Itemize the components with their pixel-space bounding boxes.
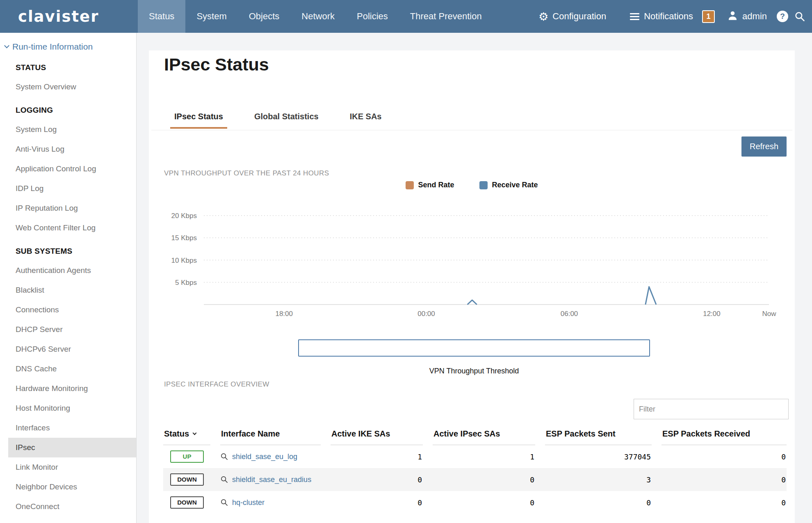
status-badge-down: DOWN [170, 496, 204, 509]
nav-item-status[interactable]: Status [138, 0, 185, 33]
sidebar-item-idp-log[interactable]: IDP Log [0, 179, 136, 198]
vpn-throughput-chart: 5 Kbps10 Kbps15 Kbps20 Kbps18:0000:0006:… [156, 203, 779, 326]
nav-item-system[interactable]: System [185, 0, 237, 33]
sidebar-item-blacklist[interactable]: Blacklist [0, 280, 136, 300]
interface-name-link[interactable]: shieldit_sase_eu_radius [232, 475, 311, 484]
tab-global-statistics[interactable]: Global Statistics [250, 108, 323, 129]
sidebar-section-label-sub-systems: SUB SYSTEMS [0, 242, 136, 261]
sidebar-sections: STATUSSystem OverviewLOGGINGSystem LogAn… [0, 58, 136, 516]
status-cell: UP [163, 450, 210, 463]
search-button[interactable] [794, 11, 805, 22]
column-header-active-ike-sas[interactable]: Active IKE SAs [331, 427, 423, 445]
search-icon [794, 11, 805, 22]
sidebar-item-link-monitor[interactable]: Link Monitor [0, 457, 136, 477]
y-tick-20-kbps: 20 Kbps [171, 212, 197, 220]
column-header-interface-name[interactable]: Interface Name [220, 427, 321, 445]
configuration-label: Configuration [552, 11, 606, 22]
sidebar-item-authentication-agents[interactable]: Authentication Agents [0, 261, 136, 280]
chart-canvas: 5 Kbps10 Kbps15 Kbps20 Kbps18:0000:0006:… [156, 203, 779, 326]
chart-legend: Send RateReceive Rate [149, 181, 795, 189]
sidebar-item-anti-virus-log[interactable]: Anti-Virus Log [0, 139, 136, 159]
topbar-right: ⚙ Configuration Notifications 1 admin ? [538, 10, 805, 23]
column-header-active-ipsec-sas[interactable]: Active IPsec SAs [433, 427, 535, 445]
sidebar-item-neighbor-devices[interactable]: Neighbor Devices [0, 477, 136, 497]
status-cell: DOWN [163, 473, 210, 486]
interface-name-link[interactable]: shield_sase_eu_log [232, 453, 297, 461]
table-row-shieldit-sase-eu-radius: DOWNshieldit_sase_eu_radius0030 [163, 468, 787, 491]
interface-link-shield-sase-eu-log[interactable]: shield_sase_eu_log [220, 453, 321, 461]
column-header-label: Status [164, 429, 189, 439]
nav-item-objects[interactable]: Objects [238, 0, 291, 33]
topbar: clavister StatusSystemObjectsNetworkPoli… [0, 0, 812, 33]
nav-item-threat-prevention[interactable]: Threat Prevention [399, 0, 493, 33]
ipsec-interface-table: StatusInterface NameActive IKE SAsActive… [163, 427, 787, 514]
legend-swatch-receive-rate [479, 181, 488, 189]
sidebar-item-connections[interactable]: Connections [0, 300, 136, 320]
esp-packets-received-cell: 0 [661, 498, 787, 507]
sidebar-item-dns-cache[interactable]: DNS Cache [0, 359, 136, 379]
nav-item-policies[interactable]: Policies [346, 0, 399, 33]
column-header-label: Active IPsec SAs [433, 429, 500, 439]
column-header-esp-packets-received[interactable]: ESP Packets Received [661, 427, 787, 445]
x-tick-00-00: 00:00 [417, 310, 435, 318]
sidebar-header-label: Run-time Information [12, 42, 93, 52]
table-row-shield-sase-eu-log: UPshield_sase_eu_log113770450 [163, 445, 787, 468]
interface-name-link[interactable]: hq-cluster [232, 498, 265, 507]
nav-item-network[interactable]: Network [290, 0, 346, 33]
y-tick-5-kbps: 5 Kbps [175, 279, 197, 287]
vpn-throughput-threshold-control[interactable] [298, 339, 650, 357]
user-menu[interactable]: admin [727, 10, 767, 23]
page-title: IPsec Status [164, 55, 269, 75]
filter-input[interactable] [634, 399, 789, 419]
legend-item-receive-rate[interactable]: Receive Rate [479, 181, 538, 189]
sidebar-item-interfaces[interactable]: Interfaces [0, 418, 136, 438]
column-header-esp-packets-sent[interactable]: ESP Packets Sent [545, 427, 652, 445]
tab-ipsec-status[interactable]: IPsec Status [170, 108, 227, 129]
active-ike-sas-cell: 1 [331, 453, 423, 461]
configuration-button[interactable]: ⚙ Configuration [538, 11, 606, 22]
status-cell: DOWN [163, 496, 210, 509]
column-header-label: Active IKE SAs [331, 429, 390, 439]
sort-chevron-down-icon [193, 431, 197, 435]
magnifier-icon [220, 475, 228, 484]
tab-bar: IPsec StatusGlobal StatisticsIKE SAs [170, 108, 385, 129]
refresh-button[interactable]: Refresh [741, 136, 787, 157]
esp-packets-received-cell: 0 [661, 475, 787, 484]
sidebar-item-web-content-filter-log[interactable]: Web Content Filter Log [0, 218, 136, 238]
x-tick-06-00: 06:00 [561, 310, 578, 318]
status-badge-down: DOWN [170, 473, 204, 486]
notifications-button[interactable]: Notifications 1 [630, 10, 715, 23]
magnifier-icon [220, 453, 228, 461]
sidebar-section-status: STATUSSystem Overview [0, 58, 136, 97]
notifications-count-badge: 1 [702, 10, 715, 23]
esp-packets-sent-cell: 377045 [545, 453, 652, 461]
column-header-status[interactable]: Status [163, 427, 210, 445]
sidebar-item-dhcpv6-server[interactable]: DHCPv6 Server [0, 339, 136, 359]
magnifier-icon [220, 498, 228, 507]
esp-packets-sent-cell: 0 [545, 498, 652, 507]
sidebar-item-application-control-log[interactable]: Application Control Log [0, 159, 136, 179]
user-icon [727, 10, 738, 23]
sidebar-header-runtime-information[interactable]: Run-time Information [0, 39, 136, 54]
hamburger-icon [630, 13, 640, 20]
sidebar-item-dhcp-server[interactable]: DHCP Server [0, 320, 136, 339]
active-ike-sas-cell: 0 [331, 475, 423, 484]
sidebar-item-system-log[interactable]: System Log [0, 120, 136, 139]
sidebar-item-hardware-monitoring[interactable]: Hardware Monitoring [0, 379, 136, 398]
sidebar-item-system-overview[interactable]: System Overview [0, 77, 136, 97]
sidebar-item-ipsec[interactable]: IPsec [8, 438, 136, 457]
sidebar-section-label-logging: LOGGING [0, 101, 136, 120]
esp-packets-sent-cell: 3 [545, 475, 652, 484]
sidebar-item-oneconnect[interactable]: OneConnect [0, 497, 136, 516]
tab-ike-sas[interactable]: IKE SAs [346, 108, 386, 129]
help-button[interactable]: ? [777, 11, 788, 22]
interface-link-shieldit-sase-eu-radius[interactable]: shieldit_sase_eu_radius [220, 475, 321, 484]
screen: clavister StatusSystemObjectsNetworkPoli… [0, 0, 812, 523]
sidebar-item-host-monitoring[interactable]: Host Monitoring [0, 398, 136, 418]
clavister-logo: clavister [18, 8, 119, 25]
interface-link-hq-cluster[interactable]: hq-cluster [220, 498, 321, 507]
x-tick-12-00: 12:00 [703, 310, 721, 318]
sidebar-item-ip-reputation-log[interactable]: IP Reputation Log [0, 198, 136, 218]
legend-item-send-rate[interactable]: Send Rate [406, 181, 454, 189]
vpn-throughput-threshold-label: VPN Throughput Threshold [298, 367, 650, 375]
